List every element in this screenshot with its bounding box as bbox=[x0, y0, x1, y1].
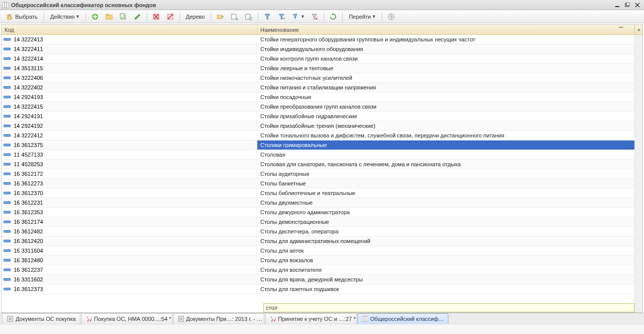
cell-code: 14 3222415 bbox=[2, 102, 257, 111]
copy-icon bbox=[119, 13, 127, 21]
table-row[interactable]: 16 3612237Столы для воспитателя bbox=[2, 265, 642, 275]
table-row[interactable]: 16 3612353Столы дежурного администратора bbox=[2, 208, 642, 217]
copy-button[interactable] bbox=[117, 12, 130, 22]
list-refresh-icon bbox=[245, 13, 253, 21]
refresh-list-button[interactable] bbox=[242, 12, 255, 22]
svg-rect-66 bbox=[362, 316, 368, 322]
plus-icon bbox=[91, 13, 99, 21]
filter-set-button[interactable] bbox=[261, 12, 274, 22]
table-row[interactable]: 16 3612273Столы банкетные bbox=[2, 179, 642, 188]
svg-rect-49 bbox=[4, 250, 11, 252]
cell-name: Стойки контроля групп каналов связи bbox=[257, 54, 642, 63]
table-row[interactable]: 14 3222411Стойки индивидуального оборудо… bbox=[2, 44, 642, 54]
delete-mark-button[interactable] bbox=[150, 12, 163, 22]
table-row[interactable]: 14 2924193Стойки посадочные bbox=[2, 92, 642, 102]
table-row[interactable]: 16 3612375Столики гримировальные bbox=[2, 140, 642, 150]
table-row[interactable]: 16 3311604Столы для аптек bbox=[2, 246, 642, 256]
dropdown-icon: ▾ bbox=[373, 13, 376, 20]
table-row[interactable]: 14 3513115Стойки леерные и тентовые bbox=[2, 64, 642, 73]
item-icon bbox=[4, 287, 11, 291]
item-icon bbox=[4, 105, 11, 109]
status-bar bbox=[0, 324, 644, 334]
rows-container: 14 3222413Стойки генераторного оборудова… bbox=[2, 35, 642, 312]
actions-button[interactable]: Действия ▾ bbox=[47, 12, 82, 22]
table-row[interactable]: 16 3612373Столы для газетных подшивок bbox=[2, 284, 642, 294]
minimize-button[interactable] bbox=[613, 2, 622, 9]
go-button[interactable]: Перейти ▾ bbox=[345, 12, 379, 22]
item-icon bbox=[4, 76, 11, 80]
svg-rect-36 bbox=[4, 125, 11, 127]
code-value: 16 3612172 bbox=[14, 171, 43, 177]
titlebar: Общероссийский классификатор основных фо… bbox=[0, 0, 644, 10]
table-row[interactable]: 16 3612420Столы для административных пом… bbox=[2, 236, 642, 246]
table-row[interactable]: 14 3222402Стойки питания и стабилизации … bbox=[2, 83, 642, 92]
app-window: Общероссийский классификатор основных фо… bbox=[0, 0, 644, 334]
refresh-button[interactable] bbox=[327, 12, 340, 22]
table-row[interactable]: 16 3612172Столы аудиторные bbox=[2, 169, 642, 179]
table-row[interactable]: 14 3222414Стойки контроля групп каналов … bbox=[2, 54, 642, 64]
table-row[interactable]: 14 2924191Стойки призабойные гидравличес… bbox=[2, 112, 642, 121]
window-tab[interactable]: Документы При…: 2013 г. - … bbox=[173, 313, 264, 324]
cell-name: Столовая bbox=[257, 150, 642, 159]
tree-button[interactable]: Дерево bbox=[182, 12, 209, 22]
window-tab[interactable]: Покупка ОС, НМА 0000…:54 * bbox=[81, 313, 172, 324]
vertical-scrollbar[interactable] bbox=[634, 35, 642, 312]
svg-rect-39 bbox=[4, 154, 11, 156]
code-value: 16 3612480 bbox=[14, 257, 43, 263]
table-row[interactable]: 16 3612482Столы диспетчера, оператора bbox=[2, 227, 642, 236]
window-tab[interactable]: Документы ОС покупка bbox=[2, 313, 80, 324]
cell-name: Столовая для санатория, пансионата с леч… bbox=[257, 160, 642, 169]
edit-button[interactable] bbox=[131, 12, 144, 22]
name-value: Столы библиотечные и театральные bbox=[260, 190, 355, 196]
table-row[interactable]: 11 4528253Столовая для санатория, пансио… bbox=[2, 160, 642, 169]
select-button[interactable]: Выбрать bbox=[2, 12, 41, 22]
code-value: 16 3311602 bbox=[14, 276, 43, 282]
cell-code: 16 3311602 bbox=[2, 275, 257, 284]
table-row[interactable]: 16 3612480Столы для вокзалов bbox=[2, 256, 642, 265]
table-row[interactable]: 14 3222412Стойки тонального вызова и диф… bbox=[2, 131, 642, 140]
svg-rect-20 bbox=[232, 14, 236, 19]
tab-label: Принятие к учету ОС и …:27 * bbox=[278, 316, 356, 322]
column-header-code[interactable]: Код bbox=[2, 25, 257, 34]
separator bbox=[179, 12, 180, 21]
window-tab[interactable]: Принятие к учету ОС и …:27 * bbox=[265, 313, 356, 324]
scroll-up-button[interactable] bbox=[634, 25, 642, 34]
tab-icon bbox=[86, 315, 92, 322]
svg-rect-35 bbox=[4, 115, 11, 117]
add-group-button[interactable] bbox=[103, 12, 116, 22]
table-row[interactable]: 14 3222413Стойки генераторного оборудова… bbox=[2, 35, 642, 44]
tab-label: Документы При…: 2013 г. - … bbox=[186, 316, 262, 322]
toggle-delete-button[interactable] bbox=[164, 12, 177, 22]
separator bbox=[85, 12, 86, 21]
table-row[interactable]: 14 3222415Стойки преобразования групп ка… bbox=[2, 102, 642, 112]
code-value: 14 3222412 bbox=[14, 132, 43, 138]
window-tab[interactable]: Общероссийский классиф… bbox=[357, 313, 448, 324]
table-row[interactable]: 16 3612174Столы демонстрационные bbox=[2, 217, 642, 227]
table-row[interactable]: 11 4527133Столовая bbox=[2, 150, 642, 160]
go-label: Перейти bbox=[349, 14, 371, 20]
table-row[interactable]: 14 3222406Стойки низкочастотных усилител… bbox=[2, 73, 642, 83]
table-row[interactable]: 16 3612231Столы двухместные bbox=[2, 198, 642, 208]
filter-history-button[interactable]: ▾ bbox=[289, 12, 307, 22]
name-value: Столы для административных помещений bbox=[260, 238, 371, 244]
close-button[interactable] bbox=[633, 2, 642, 9]
add-button[interactable] bbox=[88, 12, 102, 22]
name-value: Столы демонстрационные bbox=[260, 219, 329, 225]
name-value: Столы дежурного администратора bbox=[260, 209, 350, 215]
table-row[interactable]: 14 2924192Стойки призабойные трения (мех… bbox=[2, 121, 642, 131]
column-header-name[interactable]: Наименование ▔ bbox=[257, 25, 634, 34]
find-button[interactable] bbox=[228, 12, 241, 22]
table-row[interactable]: 16 3612370Столы библиотечные и театральн… bbox=[2, 188, 642, 198]
strike-icon bbox=[166, 13, 174, 21]
search-input[interactable]: стол bbox=[263, 303, 634, 312]
tab-label: Покупка ОС, НМА 0000…:54 * bbox=[94, 316, 171, 322]
item-icon bbox=[4, 277, 11, 281]
move-button[interactable] bbox=[214, 12, 227, 22]
filter-by-button[interactable] bbox=[275, 12, 288, 22]
cell-name: Стойки преобразования групп каналов связ… bbox=[257, 102, 642, 111]
table-row[interactable]: 16 3311602Столы для врача, дежурной медс… bbox=[2, 275, 642, 284]
svg-rect-44 bbox=[4, 202, 11, 204]
restore-button[interactable] bbox=[623, 2, 632, 9]
filter-clear-button[interactable] bbox=[308, 12, 321, 22]
help-button[interactable]: ? bbox=[385, 12, 398, 22]
